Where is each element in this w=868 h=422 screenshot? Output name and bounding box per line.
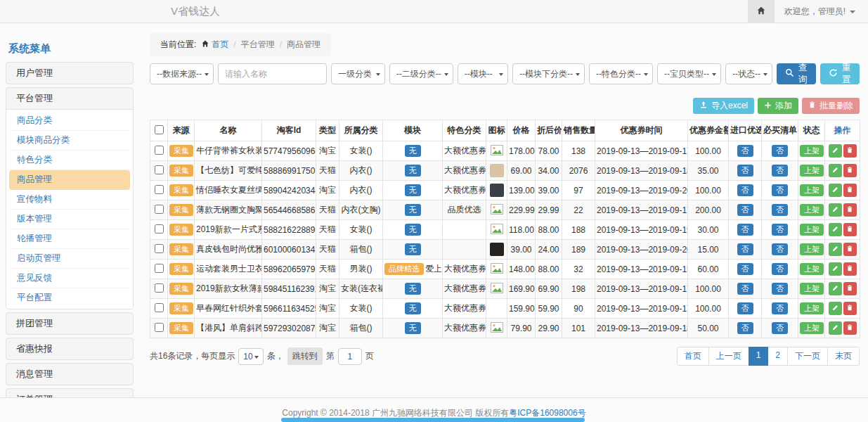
must-buy-toggle[interactable]: 否	[772, 263, 788, 275]
sidebar-item-platform-3[interactable]: 商品管理	[9, 170, 130, 190]
row-checkbox[interactable]	[155, 264, 164, 273]
edit-button[interactable]	[829, 144, 842, 158]
name-search-input[interactable]	[218, 63, 327, 84]
per-page-select[interactable]: 10	[238, 348, 263, 365]
imported-toggle[interactable]: 否	[737, 184, 753, 196]
user-menu[interactable]: 欢迎您，管理员!	[775, 6, 868, 18]
edit-button[interactable]	[829, 164, 842, 177]
row-checkbox[interactable]	[155, 165, 164, 174]
imported-toggle[interactable]: 否	[737, 224, 753, 236]
search-button[interactable]: 查询	[777, 63, 816, 84]
breadcrumb-home-link[interactable]: 首页	[201, 39, 228, 51]
edit-button[interactable]	[829, 262, 842, 276]
batch-delete-button[interactable]: 批量删除	[802, 98, 860, 114]
breadcrumb-item-goods[interactable]: 商品管理	[287, 39, 320, 51]
imported-toggle[interactable]: 否	[737, 145, 753, 157]
must-buy-toggle[interactable]: 否	[772, 283, 788, 295]
row-checkbox[interactable]	[155, 185, 164, 194]
must-buy-toggle[interactable]: 否	[772, 224, 788, 236]
delete-button[interactable]	[843, 164, 857, 177]
status-toggle[interactable]: 上架	[800, 165, 824, 177]
pager-next[interactable]: 下一页	[787, 347, 828, 366]
delete-button[interactable]	[843, 223, 857, 236]
edit-button[interactable]	[829, 184, 842, 197]
module-select[interactable]: --模块--	[458, 63, 508, 84]
edit-button[interactable]	[829, 321, 842, 335]
module-sub-category-select[interactable]: --模块下分类--	[512, 63, 585, 84]
pager-page-1[interactable]: 1	[749, 347, 769, 366]
status-toggle[interactable]: 上架	[800, 204, 824, 216]
sidebar-group-platform[interactable]: 平台管理	[6, 88, 133, 109]
sidebar-item-platform-2[interactable]: 特色分类	[9, 151, 130, 170]
must-buy-toggle[interactable]: 否	[772, 243, 788, 255]
row-checkbox[interactable]	[155, 224, 164, 234]
sidebar-item-platform-8[interactable]: 意见反馈	[9, 269, 130, 288]
data-source-select[interactable]: --数据来源--	[150, 63, 214, 84]
must-buy-toggle[interactable]: 否	[772, 322, 788, 334]
sidebar-group-groupbuy[interactable]: 拼团管理	[6, 313, 133, 334]
row-checkbox[interactable]	[155, 323, 164, 332]
status-toggle[interactable]: 上架	[800, 184, 824, 196]
must-buy-toggle[interactable]: 否	[772, 204, 788, 216]
delete-button[interactable]	[843, 262, 857, 276]
edit-button[interactable]	[829, 243, 842, 256]
sidebar-group-express[interactable]: 省惠快报	[6, 338, 133, 359]
jump-button[interactable]: 跳转到	[287, 347, 323, 365]
edit-button[interactable]	[829, 302, 842, 315]
delete-button[interactable]	[843, 302, 857, 315]
delete-button[interactable]	[843, 203, 857, 217]
must-buy-toggle[interactable]: 否	[772, 184, 788, 196]
delete-button[interactable]	[843, 321, 857, 335]
delete-button[interactable]	[843, 243, 857, 256]
sidebar-group-users[interactable]: 用户管理	[6, 63, 133, 84]
sidebar-item-platform-9[interactable]: 平台配置	[9, 288, 130, 307]
sidebar-item-platform-7[interactable]: 启动页管理	[9, 249, 130, 269]
category-level1-select[interactable]: 一级分类	[331, 63, 385, 84]
page-number-input[interactable]	[338, 348, 362, 365]
delete-button[interactable]	[843, 282, 857, 295]
edit-button[interactable]	[829, 223, 842, 236]
import-excel-button[interactable]: 导入excel	[693, 98, 754, 114]
sidebar-item-platform-4[interactable]: 宣传物料	[9, 190, 130, 210]
delete-button[interactable]	[843, 144, 857, 158]
must-buy-toggle[interactable]: 否	[772, 165, 788, 177]
status-toggle[interactable]: 上架	[800, 243, 824, 255]
imported-toggle[interactable]: 否	[737, 283, 753, 295]
status-toggle[interactable]: 上架	[800, 302, 824, 314]
sidebar-item-platform-0[interactable]: 商品分类	[9, 111, 130, 131]
status-toggle[interactable]: 上架	[800, 263, 824, 275]
delete-button[interactable]	[843, 184, 857, 197]
sidebar-group-message[interactable]: 消息管理	[6, 364, 133, 385]
status-select[interactable]: --状态--	[725, 63, 772, 84]
icp-link[interactable]: 粤ICP备16098006号	[509, 408, 585, 418]
pager-last[interactable]: 末页	[827, 347, 860, 366]
add-button[interactable]: 添加	[758, 98, 798, 114]
row-checkbox[interactable]	[155, 244, 164, 253]
sidebar-item-platform-5[interactable]: 版本管理	[9, 210, 130, 229]
row-checkbox[interactable]	[155, 205, 164, 214]
row-checkbox[interactable]	[155, 283, 164, 293]
status-toggle[interactable]: 上架	[800, 224, 824, 236]
status-toggle[interactable]: 上架	[800, 145, 824, 157]
must-buy-toggle[interactable]: 否	[772, 302, 788, 314]
item-type-select[interactable]: --宝贝类型--	[657, 63, 721, 84]
pager-prev[interactable]: 上一页	[708, 347, 749, 366]
category-level2-select[interactable]: --二级分类--	[389, 63, 453, 84]
feature-category-select[interactable]: --特色分类--	[589, 63, 653, 84]
must-buy-toggle[interactable]: 否	[772, 145, 788, 157]
pager-page-2[interactable]: 2	[767, 347, 788, 366]
breadcrumb-item-platform[interactable]: 平台管理	[241, 39, 275, 51]
row-checkbox[interactable]	[155, 146, 164, 155]
sidebar-item-platform-6[interactable]: 轮播管理	[9, 229, 130, 249]
status-toggle[interactable]: 上架	[800, 322, 824, 334]
horizontal-scrollbar-thumb[interactable]	[281, 418, 585, 422]
edit-button[interactable]	[829, 203, 842, 217]
row-checkbox[interactable]	[155, 303, 164, 312]
reset-button[interactable]: 重置	[820, 63, 860, 84]
edit-button[interactable]	[829, 282, 842, 295]
imported-toggle[interactable]: 否	[737, 322, 753, 334]
pager-first[interactable]: 首页	[677, 347, 709, 366]
imported-toggle[interactable]: 否	[737, 165, 753, 177]
imported-toggle[interactable]: 否	[737, 243, 753, 255]
status-toggle[interactable]: 上架	[800, 283, 824, 295]
